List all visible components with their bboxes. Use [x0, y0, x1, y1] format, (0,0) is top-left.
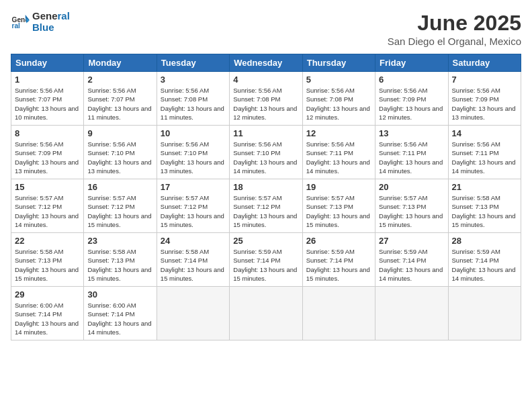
day-info: Sunrise: 5:57 AMSunset: 7:12 PMDaylight:…: [15, 193, 80, 229]
day-number: 26: [306, 236, 371, 246]
table-row: 27Sunrise: 5:59 AMSunset: 7:14 PMDayligh…: [375, 233, 448, 287]
day-number: 28: [452, 236, 517, 246]
day-number: 7: [452, 75, 517, 85]
day-info: Sunrise: 5:57 AMSunset: 7:12 PMDaylight:…: [233, 193, 298, 229]
header-monday: Monday: [84, 54, 157, 72]
day-number: 8: [15, 128, 80, 138]
table-row: 14Sunrise: 5:56 AMSunset: 7:11 PMDayligh…: [448, 126, 521, 179]
day-info: Sunrise: 5:56 AMSunset: 7:08 PMDaylight:…: [161, 86, 226, 122]
table-row: 8Sunrise: 5:56 AMSunset: 7:09 PMDaylight…: [11, 126, 84, 179]
day-number: 15: [15, 182, 80, 192]
table-row: [448, 287, 521, 340]
day-number: 10: [161, 128, 226, 138]
day-info: Sunrise: 5:56 AMSunset: 7:10 PMDaylight:…: [161, 140, 226, 175]
table-row: 7Sunrise: 5:56 AMSunset: 7:09 PMDaylight…: [448, 72, 521, 126]
table-row: 15Sunrise: 5:57 AMSunset: 7:12 PMDayligh…: [11, 179, 84, 233]
day-info: Sunrise: 5:59 AMSunset: 7:14 PMDaylight:…: [379, 247, 444, 283]
logo-icon: Gene ral: [11, 13, 30, 32]
day-number: 29: [15, 289, 80, 300]
table-row: 29Sunrise: 6:00 AMSunset: 7:14 PMDayligh…: [11, 287, 84, 340]
header-wednesday: Wednesday: [230, 54, 302, 72]
table-row: [230, 287, 302, 340]
day-number: 18: [233, 182, 298, 192]
day-number: 23: [87, 236, 152, 246]
table-row: 17Sunrise: 5:57 AMSunset: 7:12 PMDayligh…: [157, 179, 229, 233]
day-number: 11: [233, 128, 298, 138]
day-info: Sunrise: 5:56 AMSunset: 7:11 PMDaylight:…: [306, 140, 371, 175]
header-row: Sunday Monday Tuesday Wednesday Thursday…: [11, 54, 521, 72]
table-row: 24Sunrise: 5:58 AMSunset: 7:14 PMDayligh…: [157, 233, 229, 287]
header: Gene ral General Blue June 2025 San Dieg…: [11, 11, 521, 47]
table-row: 26Sunrise: 5:59 AMSunset: 7:14 PMDayligh…: [302, 233, 375, 287]
day-number: 20: [379, 182, 444, 192]
day-number: 19: [306, 182, 371, 192]
day-number: 9: [87, 128, 152, 138]
table-row: 5Sunrise: 5:56 AMSunset: 7:08 PMDaylight…: [302, 72, 375, 126]
day-info: Sunrise: 5:59 AMSunset: 7:14 PMDaylight:…: [233, 247, 298, 283]
table-row: 25Sunrise: 5:59 AMSunset: 7:14 PMDayligh…: [230, 233, 302, 287]
table-row: 20Sunrise: 5:57 AMSunset: 7:13 PMDayligh…: [375, 179, 448, 233]
day-info: Sunrise: 5:57 AMSunset: 7:12 PMDaylight:…: [87, 193, 152, 229]
day-number: 5: [306, 75, 371, 85]
day-number: 21: [452, 182, 517, 192]
table-row: 28Sunrise: 5:59 AMSunset: 7:14 PMDayligh…: [448, 233, 521, 287]
table-row: 2Sunrise: 5:56 AMSunset: 7:07 PMDaylight…: [84, 72, 157, 126]
table-row: [375, 287, 448, 340]
day-number: 12: [306, 128, 371, 138]
table-row: 11Sunrise: 5:56 AMSunset: 7:10 PMDayligh…: [230, 126, 302, 179]
table-row: 4Sunrise: 5:56 AMSunset: 7:08 PMDaylight…: [230, 72, 302, 126]
calendar-title: June 2025: [388, 11, 521, 36]
day-info: Sunrise: 6:00 AMSunset: 7:14 PMDaylight:…: [15, 301, 80, 336]
table-row: 18Sunrise: 5:57 AMSunset: 7:12 PMDayligh…: [230, 179, 302, 233]
day-info: Sunrise: 5:56 AMSunset: 7:07 PMDaylight:…: [15, 86, 80, 122]
day-info: Sunrise: 5:56 AMSunset: 7:10 PMDaylight:…: [87, 140, 152, 175]
day-number: 4: [233, 75, 298, 85]
day-number: 25: [233, 236, 298, 246]
day-info: Sunrise: 5:58 AMSunset: 7:13 PMDaylight:…: [15, 247, 80, 283]
table-row: 19Sunrise: 5:57 AMSunset: 7:13 PMDayligh…: [302, 179, 375, 233]
table-row: 9Sunrise: 5:56 AMSunset: 7:10 PMDaylight…: [84, 126, 157, 179]
day-info: Sunrise: 5:56 AMSunset: 7:11 PMDaylight:…: [379, 140, 444, 175]
logo-blue: Blue: [32, 22, 70, 34]
day-info: Sunrise: 5:57 AMSunset: 7:12 PMDaylight:…: [161, 193, 226, 229]
calendar-subtitle: San Diego el Organal, Mexico: [388, 36, 521, 47]
header-sunday: Sunday: [11, 54, 84, 72]
day-number: 22: [15, 236, 80, 246]
day-number: 13: [379, 128, 444, 138]
day-info: Sunrise: 5:56 AMSunset: 7:09 PMDaylight:…: [379, 86, 444, 122]
table-row: 1Sunrise: 5:56 AMSunset: 7:07 PMDaylight…: [11, 72, 84, 126]
day-info: Sunrise: 5:58 AMSunset: 7:13 PMDaylight:…: [87, 247, 152, 283]
day-info: Sunrise: 5:57 AMSunset: 7:13 PMDaylight:…: [379, 193, 444, 229]
calendar-table: Sunday Monday Tuesday Wednesday Thursday…: [11, 54, 521, 340]
day-number: 1: [15, 75, 80, 85]
day-info: Sunrise: 5:56 AMSunset: 7:09 PMDaylight:…: [452, 86, 517, 122]
day-info: Sunrise: 5:56 AMSunset: 7:08 PMDaylight:…: [306, 86, 371, 122]
table-row: 13Sunrise: 5:56 AMSunset: 7:11 PMDayligh…: [375, 126, 448, 179]
day-info: Sunrise: 6:00 AMSunset: 7:14 PMDaylight:…: [87, 301, 152, 336]
logo: Gene ral General Blue: [11, 11, 70, 33]
day-number: 27: [379, 236, 444, 246]
header-saturday: Saturday: [448, 54, 521, 72]
day-number: 6: [379, 75, 444, 85]
day-info: Sunrise: 5:58 AMSunset: 7:13 PMDaylight:…: [452, 193, 517, 229]
table-row: 22Sunrise: 5:58 AMSunset: 7:13 PMDayligh…: [11, 233, 84, 287]
header-friday: Friday: [375, 54, 448, 72]
day-number: 14: [452, 128, 517, 138]
table-row: 21Sunrise: 5:58 AMSunset: 7:13 PMDayligh…: [448, 179, 521, 233]
table-row: 30Sunrise: 6:00 AMSunset: 7:14 PMDayligh…: [84, 287, 157, 340]
table-row: 3Sunrise: 5:56 AMSunset: 7:08 PMDaylight…: [157, 72, 229, 126]
day-info: Sunrise: 5:56 AMSunset: 7:07 PMDaylight:…: [87, 86, 152, 122]
day-info: Sunrise: 5:56 AMSunset: 7:11 PMDaylight:…: [452, 140, 517, 175]
day-number: 3: [161, 75, 226, 85]
table-row: [302, 287, 375, 340]
title-block: June 2025 San Diego el Organal, Mexico: [388, 11, 521, 47]
header-thursday: Thursday: [302, 54, 375, 72]
day-info: Sunrise: 5:56 AMSunset: 7:09 PMDaylight:…: [15, 140, 80, 175]
day-info: Sunrise: 5:56 AMSunset: 7:08 PMDaylight:…: [233, 86, 298, 122]
day-number: 30: [87, 289, 152, 300]
table-row: 12Sunrise: 5:56 AMSunset: 7:11 PMDayligh…: [302, 126, 375, 179]
header-tuesday: Tuesday: [157, 54, 229, 72]
day-number: 24: [161, 236, 226, 246]
table-row: 23Sunrise: 5:58 AMSunset: 7:13 PMDayligh…: [84, 233, 157, 287]
day-info: Sunrise: 5:58 AMSunset: 7:14 PMDaylight:…: [161, 247, 226, 283]
